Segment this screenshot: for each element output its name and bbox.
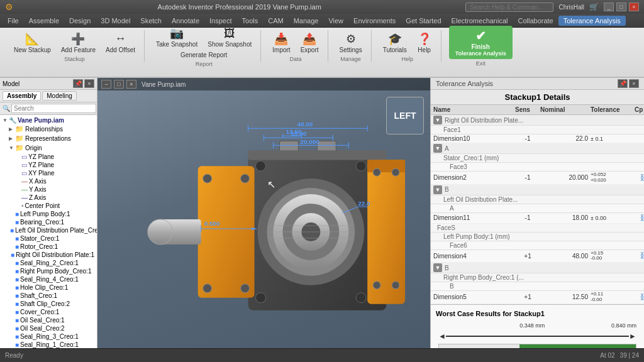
collapse-btn-5[interactable]: ▼: [433, 263, 442, 272]
cursor-indicator: ↖: [267, 178, 275, 190]
tree-item-representations[interactable]: ▶📁Representations: [8, 134, 96, 143]
finish-tolerance-analysis-button[interactable]: ✔ Finish Tolerance Analysis: [449, 26, 513, 59]
chart-label-left: 0.348 mm: [519, 322, 545, 329]
add-feature-icon: ➕: [70, 31, 86, 47]
statusbar: Ready At 02 39 | 24: [0, 348, 644, 362]
add-feature-button[interactable]: ➕ Add Feature: [57, 30, 99, 55]
link-icon-dim11[interactable]: ⛓: [635, 214, 644, 222]
tree-item-shaft[interactable]: ■Shaft_Creo:1: [8, 292, 96, 300]
table-row-dimension5[interactable]: Dimension5 +1 12.50 +0.11 -0.00 ⛓: [431, 291, 644, 304]
tree-item-seal-ring-4[interactable]: ■Seal_Ring_4_Creo:1: [8, 275, 96, 283]
menu-collaborate[interactable]: Collaborate: [513, 16, 558, 26]
results-chart: 0.348 mm 0.840 mm ◄ ► 0.000 mm 0.500: [436, 322, 639, 348]
collapse-btn-3[interactable]: ▼: [433, 185, 442, 194]
help-button[interactable]: ❓ Help: [413, 30, 436, 55]
search-input[interactable]: [465, 3, 553, 12]
model-panel-pin[interactable]: 📌: [73, 79, 83, 88]
show-snapshot-button[interactable]: 🖼 Show Snapshot: [204, 25, 255, 49]
model-panel-header: Model 📌 ×: [0, 78, 97, 90]
tutorials-button[interactable]: 🎓 Tutorials: [379, 30, 411, 55]
tree-item-relationships[interactable]: ▶📁Relationships: [8, 124, 96, 134]
menu-tolerance-analysis[interactable]: Tolerance Analysis: [558, 16, 626, 26]
tree-item-yz-plane-2[interactable]: ▭YZ Plane: [14, 161, 96, 169]
section-header-right-pump: ▼ B: [431, 263, 644, 273]
tree-item-root[interactable]: ▼ 🔧 Vane Pump.iam: [1, 116, 96, 124]
minimize-button[interactable]: _: [604, 3, 614, 11]
tree-item-bearing[interactable]: ■Bearing_Creo:1: [8, 218, 96, 226]
tree-item-shaft-clip-2[interactable]: ■Shaft Clip_Creo:2: [8, 300, 96, 308]
tree-item-stator[interactable]: ■Stator_Creo:1: [8, 234, 96, 243]
export-button[interactable]: 📤 Export: [297, 30, 323, 55]
table-row-dimension4[interactable]: Dimension4 +1 48.00 +0.15 -0.00 ⛓: [431, 250, 644, 263]
svg-rect-2: [198, 166, 255, 298]
tolerance-analysis-tab[interactable]: Tolerance Analysis: [436, 80, 493, 87]
viewport-maximize-button[interactable]: □: [114, 80, 124, 89]
tree-item-center-point[interactable]: •Center Point: [14, 202, 96, 210]
tree-item-hole-clip[interactable]: ■Hole Clip_Creo:1: [8, 283, 96, 292]
link-icon-dim2[interactable]: ⛓: [635, 173, 644, 182]
maximize-button[interactable]: □: [616, 3, 626, 11]
tree-item-oil-seal-1[interactable]: ■Oil Seal_Creo:1: [8, 316, 96, 324]
menu-environments[interactable]: Environments: [348, 16, 401, 26]
collapse-btn-2[interactable]: ▼: [433, 144, 442, 153]
new-stackup-button[interactable]: 📐 New Stackup: [10, 30, 55, 55]
model-tree: ▼ 🔧 Vane Pump.iam ▶📁Relationships ▶📁Repr…: [0, 115, 97, 348]
viewport-minimize-button[interactable]: −: [101, 80, 111, 89]
menu-cam[interactable]: CAM: [263, 16, 288, 26]
menu-get-started[interactable]: Get Started: [401, 16, 446, 26]
generate-report-button[interactable]: Generate Report: [177, 50, 231, 60]
cart-icon: 🛒: [589, 3, 599, 11]
tree-item-cover[interactable]: ■Cover_Creo:1: [8, 308, 96, 316]
right-panel-close[interactable]: ×: [629, 79, 639, 88]
viewport-close-button[interactable]: ×: [126, 80, 136, 89]
right-panel-pin[interactable]: 📌: [618, 79, 628, 88]
menu-electromechanical[interactable]: Electromechanical: [447, 16, 513, 26]
tree-item-y-axis[interactable]: —Y Axis: [14, 185, 96, 194]
tree-item-seal-ring-3[interactable]: ■Seal_Ring_3_Creo:1: [8, 332, 96, 341]
tree-item-yz-plane-1[interactable]: ▭YZ Plane: [14, 153, 96, 161]
results-section: Worst Case Results for Stackup1 0.348 mm…: [431, 304, 644, 348]
tree-item-origin[interactable]: ▼📁Origin: [8, 143, 96, 153]
3d-viewport[interactable]: − □ × Vane Pump.iam: [97, 78, 430, 348]
take-snapshot-button[interactable]: 📷 Take Snapshot: [152, 25, 201, 49]
menu-view[interactable]: View: [323, 16, 348, 26]
add-offset-button[interactable]: ↔ Add Offset: [102, 30, 139, 55]
tab-assembly[interactable]: Assembly: [3, 91, 41, 101]
tree-search-input[interactable]: [11, 104, 96, 113]
tree-item-seal-ring-2[interactable]: ■Seal_Ring_2_Creo:1: [8, 259, 96, 267]
close-button[interactable]: ×: [629, 3, 639, 11]
link-icon-dim4[interactable]: ⛓: [635, 251, 644, 260]
tree-item-xy-plane[interactable]: ▭XY Plane: [14, 169, 96, 177]
svg-point-8: [373, 282, 380, 289]
settings-button[interactable]: ⚙ Settings: [336, 30, 366, 55]
model-panel-close[interactable]: ×: [84, 79, 94, 88]
ribbon-group-report: 📷 Take Snapshot 🖼 Show Snapshot Generate…: [147, 30, 261, 62]
tree-item-right-oil-dist[interactable]: ■Right Oil Distribution Plate:1: [8, 251, 96, 259]
tree-item-rotor[interactable]: ■Rotor_Creo:1: [8, 243, 96, 251]
svg-point-6: [392, 168, 399, 176]
right-panel: Tolerance Analysis 📌 × Stackup1 Details …: [430, 78, 644, 348]
menu-3dmodel[interactable]: 3D Model: [96, 16, 135, 26]
collapse-btn-1[interactable]: ▼: [433, 116, 442, 124]
tab-modeling[interactable]: Modeling: [42, 91, 77, 101]
tree-item-z-axis[interactable]: —Z Axis: [14, 194, 96, 202]
menu-design[interactable]: Design: [64, 16, 96, 26]
table-row-dimension10[interactable]: Dimension10 -1 22.0 ± 0.1: [431, 134, 644, 143]
svg-point-12: [241, 284, 250, 293]
ribbon-group-exit: ✔ Finish Tolerance Analysis Exit: [444, 30, 518, 62]
link-icon-dim5[interactable]: ⛓: [635, 293, 644, 302]
menu-file[interactable]: File: [3, 16, 24, 26]
table-row-dimension2[interactable]: Dimension2 -1 20.000 +0.052 +0.020 ⛓: [431, 172, 644, 185]
menu-manage[interactable]: Manage: [289, 16, 324, 26]
tree-item-seal-ring-1[interactable]: ■Seal_Ring_1_Creo:1: [8, 341, 96, 348]
tree-item-oil-seal-2[interactable]: ■Oil Seal_Creo:2: [8, 324, 96, 332]
svg-rect-30: [248, 150, 387, 160]
view-cube[interactable]: LEFT: [386, 97, 424, 134]
tree-item-left-oil-dist[interactable]: ■Left Oil Distribution Plate_Creo:1: [8, 226, 96, 234]
menu-assemble[interactable]: Assemble: [24, 16, 64, 26]
tree-item-left-pump-body[interactable]: ■Left Pump Body:1: [8, 210, 96, 218]
tree-item-x-axis[interactable]: —X Axis: [14, 177, 96, 185]
table-row-dimension11[interactable]: Dimension11 -1 18.00 ± 0.00 ⛓: [431, 213, 644, 224]
tree-item-right-pump-body[interactable]: ■Right Pump Body_Creo:1: [8, 267, 96, 275]
import-button[interactable]: 📥 Import: [269, 30, 294, 55]
